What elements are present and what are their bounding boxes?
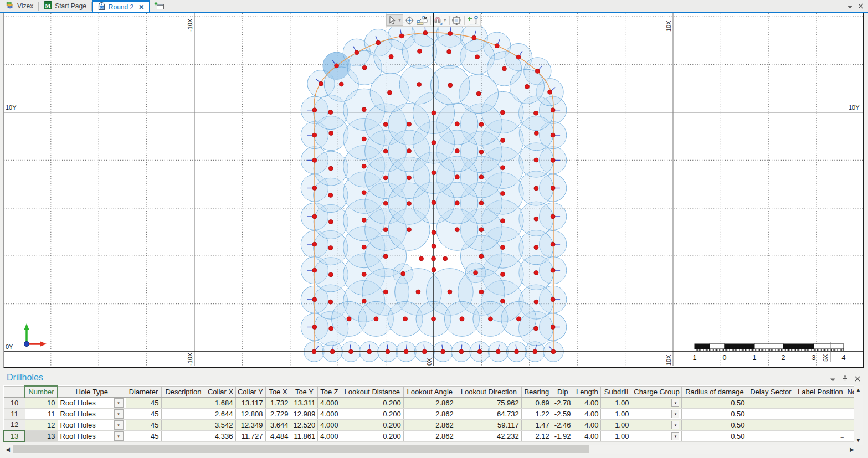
drillhole-collar-dot[interactable] xyxy=(534,186,538,191)
cell-number[interactable]: 10 xyxy=(25,397,58,408)
label-position-menu-icon[interactable]: ≡ xyxy=(840,433,844,439)
column-header-diameter[interactable]: Diameter xyxy=(126,386,161,397)
cell-toe-y[interactable]: 11.861 xyxy=(291,430,318,441)
column-header-lookout-distance[interactable]: Lookout Distance xyxy=(341,386,403,397)
column-header-label-position[interactable]: Label Position xyxy=(794,386,846,397)
hole-type-dropdown-icon[interactable]: ▾ xyxy=(114,420,124,430)
cell-subdrill[interactable]: 1.00 xyxy=(601,419,631,430)
drillhole-collar-dot[interactable] xyxy=(479,228,484,232)
cell-toe-z[interactable]: 4.000 xyxy=(318,397,341,408)
drillhole-collar-dot[interactable] xyxy=(383,228,388,232)
cell-collar-y[interactable]: 12.349 xyxy=(235,419,265,430)
drillhole-collar-dot[interactable] xyxy=(383,176,388,180)
drillhole-collar-dot[interactable] xyxy=(319,81,323,86)
cell-toe-x[interactable]: 2.729 xyxy=(265,408,291,419)
column-header-subdrill[interactable]: Subdrill xyxy=(601,386,631,397)
drillhole-collar-dot[interactable] xyxy=(423,30,428,35)
cell-number[interactable]: 12 xyxy=(25,419,58,430)
drillhole-collar-dot[interactable] xyxy=(551,268,555,272)
scroll-right-arrow-icon[interactable]: ▶ xyxy=(848,445,856,454)
tab-start-page[interactable]: M Start Page xyxy=(39,0,91,12)
drillhole-collar-dot[interactable] xyxy=(479,175,484,179)
cell-lookout-angle[interactable]: 2.862 xyxy=(403,430,456,441)
drillhole-collar-dot[interactable] xyxy=(348,349,353,354)
drillhole-collar-dot[interactable] xyxy=(447,49,451,54)
column-header-number[interactable]: Number xyxy=(25,386,58,397)
drillhole-collar-dot[interactable] xyxy=(479,122,484,127)
horizontal-scrollbar-thumb[interactable] xyxy=(13,445,589,453)
cell-lookout-distance[interactable]: 0.200 xyxy=(341,419,403,430)
drillhole-collar-dot[interactable] xyxy=(455,175,459,179)
column-header-toe-x[interactable]: Toe X xyxy=(265,386,291,397)
charge-group-dropdown-icon[interactable]: ▾ xyxy=(671,410,679,418)
drillhole-collar-dot[interactable] xyxy=(407,202,412,206)
drillhole-collar-dot[interactable] xyxy=(422,349,427,354)
drillhole-collar-dot[interactable] xyxy=(312,242,317,246)
column-header-dip[interactable]: Dip xyxy=(552,386,573,397)
drillhole-collar-dot[interactable] xyxy=(417,82,422,86)
drillhole-collar-dot[interactable] xyxy=(432,256,436,261)
drillhole-collar-dot[interactable] xyxy=(328,246,333,250)
drillhole-collar-dot[interactable] xyxy=(407,122,412,126)
scroll-up-arrow-icon[interactable]: ▲ xyxy=(854,385,863,394)
snap-mode-button[interactable]: ▼ xyxy=(432,14,448,26)
cell-delay-sector[interactable] xyxy=(747,430,794,441)
drillhole-collar-dot[interactable] xyxy=(516,55,521,59)
drillhole-collar-dot[interactable] xyxy=(441,349,445,354)
cell-label-position[interactable]: ≡ xyxy=(794,419,846,430)
drillhole-collar-dot[interactable] xyxy=(479,201,484,205)
drillhole-collar-dot[interactable] xyxy=(551,242,555,246)
drillhole-collar-dot[interactable] xyxy=(525,84,529,89)
tab-close-icon[interactable]: ✕ xyxy=(138,3,144,11)
drillhole-collar-dot[interactable] xyxy=(533,326,538,331)
cell-diameter[interactable]: 45 xyxy=(126,408,161,419)
cell-charge-group[interactable]: ▾ xyxy=(631,419,682,430)
cell-length[interactable]: 4.00 xyxy=(573,430,601,441)
column-header-row-select[interactable] xyxy=(4,386,25,397)
drillhole-collar-dot[interactable] xyxy=(500,299,505,303)
cell-bearing[interactable]: 1.22 xyxy=(521,408,552,419)
drillhole-collar-dot[interactable] xyxy=(362,137,366,141)
cell-label-position[interactable]: ≡ xyxy=(794,397,846,408)
blast-design-canvas[interactable]: -10X-10X10X10X0X10Y10Y0Y1012345X xyxy=(4,13,863,366)
drillhole-collar-dot[interactable] xyxy=(329,131,333,136)
cell-subdrill[interactable]: 1.00 xyxy=(601,430,631,441)
cell-description[interactable] xyxy=(161,408,206,419)
drillhole-collar-dot[interactable] xyxy=(500,272,505,276)
drillhole-collar-dot[interactable] xyxy=(312,349,316,354)
row-header-11[interactable]: 11 xyxy=(4,408,25,419)
cell-hole-type[interactable]: Roof Holes▾ xyxy=(58,419,126,430)
cell-delay-sector[interactable] xyxy=(747,408,794,419)
column-header-lookout-direction[interactable]: Lookout Direction xyxy=(456,386,521,397)
charge-group-dropdown-icon[interactable]: ▾ xyxy=(671,421,679,429)
drillhole-collar-dot[interactable] xyxy=(383,201,388,205)
cell-dip[interactable]: -2.78 xyxy=(552,397,573,408)
drillhole-collar-dot[interactable] xyxy=(432,244,436,248)
drillhole-collar-dot[interactable] xyxy=(312,268,317,272)
column-header-lookout-angle[interactable]: Lookout Angle xyxy=(403,386,456,397)
cell-number[interactable]: 11 xyxy=(25,408,58,419)
drillhole-collar-dot[interactable] xyxy=(312,325,317,330)
column-header-toe-z[interactable]: Toe Z xyxy=(318,386,341,397)
cell-lookout-direction[interactable]: 75.962 xyxy=(456,397,521,408)
measure-tool-button[interactable] xyxy=(415,14,429,26)
cell-subdrill[interactable]: 1.00 xyxy=(601,397,631,408)
charge-group-dropdown-icon[interactable]: ▾ xyxy=(671,432,679,440)
cell-length[interactable]: 4.00 xyxy=(573,408,601,419)
drillhole-collar-dot[interactable] xyxy=(460,317,464,321)
drillhole-collar-dot[interactable] xyxy=(329,326,333,331)
new-tab-button[interactable] xyxy=(150,0,170,12)
drillhole-collar-dot[interactable] xyxy=(383,254,388,259)
drillhole-collar-dot[interactable] xyxy=(362,272,366,276)
drillhole-collar-dot[interactable] xyxy=(330,349,335,354)
scroll-left-arrow-icon[interactable]: ◀ xyxy=(3,445,12,454)
cell-toe-y[interactable]: 12.520 xyxy=(291,419,318,430)
drillhole-collar-dot[interactable] xyxy=(448,83,453,88)
cell-dip[interactable]: -1.92 xyxy=(552,430,573,441)
drillhole-collar-dot[interactable] xyxy=(455,122,459,126)
column-header-length[interactable]: Length xyxy=(573,386,601,397)
drillhole-collar-dot[interactable] xyxy=(374,317,378,321)
drillhole-collar-dot[interactable] xyxy=(455,201,459,205)
drillhole-collar-dot[interactable] xyxy=(383,290,388,294)
cell-collar-x[interactable]: 3.542 xyxy=(206,419,235,430)
